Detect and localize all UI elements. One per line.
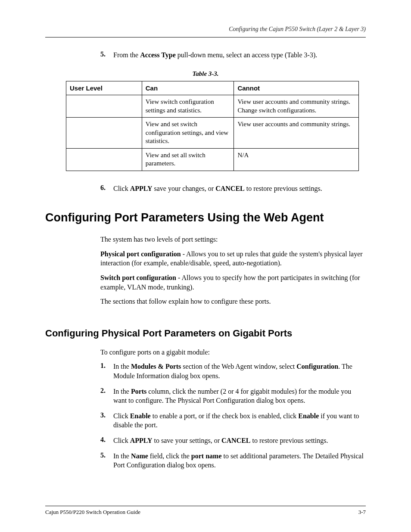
s6p2: save your changes, or (153, 185, 216, 192)
step-4-number: 4. (100, 436, 113, 445)
cell-cannot: View user accounts and community strings… (234, 95, 359, 118)
cell-cannot: View user accounts and community strings… (234, 118, 359, 149)
step-1-text: In the Modules & Ports section of the We… (113, 362, 366, 380)
s3b1: Enable (130, 412, 151, 420)
s4d: to restore previous settings. (251, 437, 328, 444)
th-can: Can (142, 81, 234, 95)
table-row: View and set switch configuration settin… (66, 118, 359, 149)
s2a: In the (113, 388, 131, 395)
s6b2: CANCEL (215, 185, 245, 192)
s2c: column, click the number (2 or 4 for gig… (113, 388, 351, 404)
s5b1: Name (131, 452, 148, 460)
s3c: to enable a port, or if the check box is… (151, 412, 299, 420)
step-5b-number: 5. (100, 451, 113, 470)
step5-bold: Access Type (140, 51, 176, 59)
s6p1: Click (113, 185, 130, 192)
running-header: Configuring the Cajun P550 Switch (Layer… (45, 26, 366, 37)
step-2-number: 2. (100, 387, 113, 405)
cell-cannot: N/A (234, 148, 359, 171)
cell-can: View and set switch configuration settin… (142, 118, 234, 149)
step-5b-text: In the Name field, click the port name t… (113, 451, 366, 470)
step-4-text: Click APPLY to save your settings, or CA… (113, 436, 366, 445)
s4b1: APPLY (130, 437, 153, 444)
heading-gigabit-ports: Configuring Physical Port Parameters on … (45, 328, 366, 339)
followup-text: The sections that follow explain how to … (100, 297, 366, 306)
step5-post: pull-down menu, select an access type (T… (176, 51, 318, 59)
s3b2: Enable (298, 412, 319, 420)
s2b1: Ports (131, 388, 146, 395)
s1c: section of the Web Agent window, select (181, 363, 296, 370)
bullet-switch-port: Switch port configuration - Allows you t… (100, 273, 366, 292)
step-2-text: In the Ports column, click the number (2… (113, 387, 366, 405)
step5-pre: From the (113, 51, 140, 59)
intro-text: The system has two levels of port settin… (100, 235, 366, 244)
s6p3: to restore previous settings. (245, 185, 322, 192)
step-6-text: Click APPLY save your changes, or CANCEL… (113, 184, 366, 193)
cell-can: View switch configuration settings and s… (142, 95, 234, 118)
bullet2-bold: Switch port configuration (100, 274, 176, 281)
step-1-number: 1. (100, 362, 113, 380)
bullet-physical-port: Physical port configuration - Allows you… (100, 249, 366, 268)
s6b1: APPLY (130, 185, 153, 192)
heading-configuring-port-parameters: Configuring Port Parameters Using the We… (45, 211, 366, 224)
gigabit-intro: To configure ports on a gigabit module: (100, 348, 366, 357)
step-5-number: 5. (100, 50, 113, 60)
th-cannot: Cannot (234, 81, 359, 95)
table-row: View and set all switch parameters. N/A (66, 148, 359, 171)
cell-level (66, 95, 142, 118)
cell-can: View and set all switch parameters. (142, 148, 234, 171)
step-6-number: 6. (100, 184, 113, 193)
cell-level (66, 148, 142, 171)
footer-right: 3-7 (358, 509, 366, 516)
s4c: to save your settings, or (153, 437, 221, 444)
cell-level (66, 118, 142, 149)
s1b2: Configuration (296, 363, 338, 370)
table-row: View switch configuration settings and s… (66, 95, 359, 118)
s5c: field, click the (148, 452, 191, 460)
s4a: Click (113, 437, 130, 444)
s1b1: Modules & Ports (131, 363, 181, 370)
access-type-table: User Level Can Cannot View switch config… (66, 81, 359, 171)
table-caption: Table 3-3. (45, 70, 366, 78)
footer-left: Cajun P550/P220 Switch Operation Guide (45, 509, 140, 516)
bullet1-bold: Physical port configuration (100, 250, 181, 258)
s5a: In the (113, 452, 131, 460)
step-3-number: 3. (100, 411, 113, 430)
s4b2: CANCEL (221, 437, 251, 444)
s3a: Click (113, 412, 130, 420)
step-5-text: From the Access Type pull-down menu, sel… (113, 50, 366, 60)
s5b2: port name (191, 452, 222, 460)
step-3-text: Click Enable to enable a port, or if the… (113, 411, 366, 430)
th-user-level: User Level (66, 81, 142, 95)
s1a: In the (113, 363, 131, 370)
page-footer: Cajun P550/P220 Switch Operation Guide 3… (45, 506, 366, 516)
